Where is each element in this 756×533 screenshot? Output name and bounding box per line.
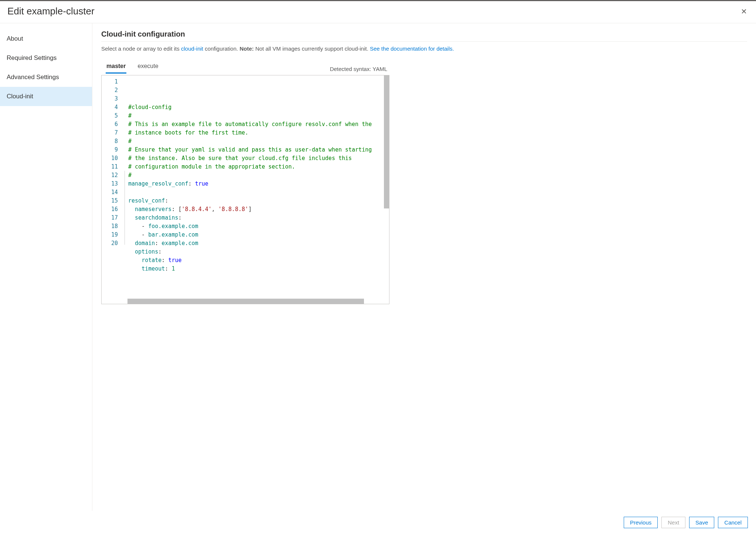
- code-area[interactable]: #cloud-config## This is an example file …: [123, 75, 389, 304]
- tab-execute[interactable]: execute: [137, 60, 159, 74]
- previous-button[interactable]: Previous: [624, 517, 658, 528]
- cloud-init-link[interactable]: cloud-init: [181, 45, 203, 52]
- syntax-label: Detected syntax: YAML: [330, 66, 389, 74]
- save-button[interactable]: Save: [689, 517, 714, 528]
- line-gutter: 1234567891011121314151617181920: [102, 75, 123, 304]
- desc-text: configuration.: [203, 45, 239, 52]
- desc-text: Not all VM images currently support clou…: [254, 45, 370, 52]
- cancel-button[interactable]: Cancel: [718, 517, 748, 528]
- sidebar-item-required-settings[interactable]: Required Settings: [0, 48, 92, 68]
- code-editor[interactable]: 1234567891011121314151617181920 #cloud-c…: [101, 75, 389, 304]
- sidebar: About Required Settings Advanced Setting…: [0, 23, 92, 511]
- divider: [101, 41, 747, 42]
- desc-text: Select a node or array to edit its: [101, 45, 181, 52]
- close-icon[interactable]: ✕: [739, 6, 749, 17]
- next-button: Next: [661, 517, 685, 528]
- indent-guide: [125, 171, 125, 245]
- tabs: master execute: [101, 60, 159, 74]
- dialog-title: Edit example-cluster: [7, 6, 95, 17]
- section-description: Select a node or array to edit its cloud…: [101, 45, 747, 52]
- docs-link[interactable]: See the documentation for details.: [370, 45, 454, 52]
- sidebar-item-cloud-init[interactable]: Cloud-init: [0, 87, 92, 106]
- sidebar-item-about[interactable]: About: [0, 29, 92, 48]
- tab-master[interactable]: master: [106, 60, 126, 74]
- note-label: Note:: [239, 45, 253, 52]
- section-title: Cloud-init configuration: [101, 30, 747, 38]
- horizontal-scrollbar[interactable]: [127, 299, 364, 304]
- vertical-scrollbar[interactable]: [384, 75, 389, 208]
- sidebar-item-advanced-settings[interactable]: Advanced Settings: [0, 68, 92, 87]
